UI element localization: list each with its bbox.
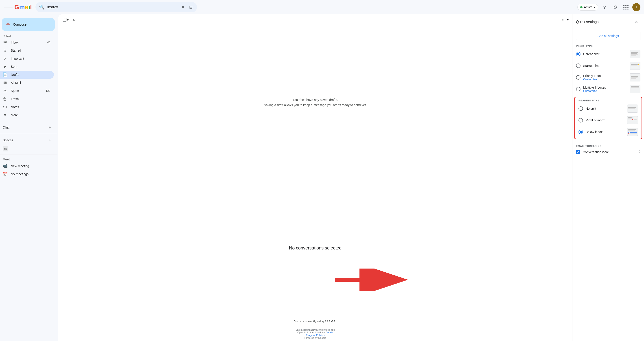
activity-text: Last account activity: 0 minutes ago [60, 328, 570, 331]
active-status-button[interactable]: Active ▾ [577, 4, 598, 10]
conversation-view-option[interactable]: Conversation view ? [572, 148, 644, 156]
sidebar-item-all-mail[interactable]: ✉ All Mail [0, 79, 54, 87]
more-label: More [11, 113, 50, 117]
sidebar-item-more[interactable]: ▾ More [0, 111, 54, 119]
select-checkbox-button[interactable]: ▾ [62, 16, 70, 23]
qs-preview-priority-inbox [630, 73, 640, 82]
qs-option-no-split[interactable]: No split [575, 103, 642, 114]
sidebar-item-new-meeting[interactable]: 📹 New meeting [0, 162, 54, 170]
priority-inbox-customize-link[interactable]: Customize [583, 78, 627, 81]
qs-option-right-of-inbox-text: Right of inbox [586, 118, 624, 122]
notes-label: Notes [11, 105, 50, 109]
sidebar-item-important[interactable]: ⊳ Important [0, 54, 54, 62]
content-area: ▾ ↻ ⋮ ≡ ▾ You don't have any saved draft… [58, 14, 572, 341]
compose-button[interactable]: ✏ Compose [2, 18, 55, 31]
qs-preview-below-inbox [627, 128, 638, 136]
sidebar-divider-3 [0, 154, 58, 155]
starred-label: Starred [11, 49, 50, 52]
quick-settings-header: Quick settings ✕ [572, 14, 644, 29]
sidebar-item-spam[interactable]: ⚠ Spam 123 [0, 87, 54, 95]
qs-preview-right-of-inbox [627, 116, 638, 124]
inbox-type-section-label: INBOX TYPE [572, 43, 644, 48]
sidebar-item-my-meetings[interactable]: 📅 My meetings [0, 170, 54, 178]
spaces-section-header[interactable]: Spaces + [0, 136, 58, 145]
mail-section-label[interactable]: ▾ Mail [0, 33, 58, 38]
spaces-section-label: Spaces [3, 138, 47, 142]
sent-icon: ➤ [3, 64, 7, 69]
qs-option-multiple-inboxes-text: Multiple Inboxes Customize [583, 86, 627, 93]
all-mail-icon: ✉ [3, 80, 7, 85]
sidebar-item-inbox[interactable]: ✉ Inbox 40 [0, 38, 54, 46]
search-input[interactable] [47, 5, 178, 9]
sidebar-divider-1 [0, 121, 58, 121]
meet-section-header[interactable]: Meet [0, 156, 58, 162]
multiple-inboxes-customize-link[interactable]: Customize [583, 89, 627, 93]
meet-section-label: Meet [3, 158, 54, 161]
apps-button[interactable] [622, 3, 630, 12]
help-button[interactable]: ? [600, 3, 609, 12]
list-view-button[interactable]: ≡ [559, 16, 566, 23]
no-conversations-title: No conversations selected [289, 246, 342, 250]
video-call-icon: 📹 [3, 164, 7, 168]
see-all-settings-button[interactable]: See all settings [576, 32, 640, 40]
reading-pane-section-label: READING PANE [575, 98, 642, 103]
qs-option-unread-first[interactable]: Unread first [572, 48, 644, 60]
more-options-button[interactable]: ⋮ [78, 16, 86, 23]
empty-drafts-sub: Saving a draft allows you to keep a mess… [264, 102, 367, 108]
sidebar-item-drafts[interactable]: 📄 Drafts [0, 71, 54, 79]
email-toolbar: ▾ ↻ ⋮ ≡ ▾ [58, 14, 572, 25]
more-chevron-icon: ▾ [3, 112, 7, 118]
storage-info: You are currently using 12.7 GB. [58, 316, 572, 327]
sidebar-item-space1[interactable]: nn [0, 145, 54, 153]
avatar[interactable]: I [632, 3, 640, 11]
settings-button[interactable]: ⚙ [611, 3, 620, 12]
conversation-view-checkbox[interactable] [576, 150, 580, 154]
view-chevron-icon: ▾ [567, 18, 568, 22]
quick-settings-title: Quick settings [576, 20, 598, 24]
spaces-add-button[interactable]: + [47, 136, 54, 144]
no-conversations-panel: No conversations selected [58, 180, 572, 316]
layout-toggle: ≡ ▾ [559, 16, 568, 23]
multiple-inboxes-label: Multiple Inboxes [583, 86, 627, 89]
refresh-button[interactable]: ↻ [70, 16, 78, 23]
other-location-label: Open in 1 other location [297, 331, 324, 334]
gmail-m-icon: Gmail [14, 4, 32, 11]
qs-option-below-inbox-text: Below inbox [586, 130, 624, 134]
qs-option-priority-inbox-text: Priority Inbox Customize [583, 74, 627, 81]
qs-option-no-split-text: No split [586, 107, 624, 110]
important-icon: ⊳ [3, 56, 7, 61]
sidebar-item-starred[interactable]: ☆ Starred [0, 46, 54, 54]
active-label: Active [584, 6, 592, 9]
qs-radio-below-inbox [578, 130, 583, 134]
top-bar: Gmail 🔍 ✕ ⊟ Active ▾ ? ⚙ [0, 0, 644, 14]
qs-option-priority-inbox[interactable]: Priority Inbox Customize [572, 72, 644, 83]
inbox-label: Inbox [11, 40, 44, 44]
qs-option-right-of-inbox[interactable]: Right of inbox [575, 114, 642, 126]
notes-icon: 🏷 [3, 105, 7, 110]
search-clear-button[interactable]: ✕ [180, 4, 186, 10]
hamburger-button[interactable] [4, 3, 12, 12]
drafts-label: Drafts [11, 73, 50, 76]
quick-settings-close-button[interactable]: ✕ [632, 18, 640, 26]
qs-option-starred-first[interactable]: Starred first ★ [572, 60, 644, 72]
sidebar-item-sent[interactable]: ➤ Sent [0, 62, 54, 71]
sidebar-item-trash[interactable]: 🗑 Trash [0, 95, 54, 103]
email-threading-label: EMAIL THREADING [572, 143, 644, 148]
policies-link[interactable]: Program Policies [306, 334, 324, 336]
qs-option-unread-first-text: Unread first [583, 52, 627, 56]
sidebar-divider-2 [0, 134, 58, 134]
search-options-button[interactable]: ⊟ [188, 4, 194, 10]
quick-settings-panel: Quick settings ✕ See all settings INBOX … [572, 14, 644, 341]
other-location-text: Open in 1 other location · Details [60, 331, 570, 334]
chat-add-button[interactable]: + [47, 124, 54, 131]
spam-count: 123 [46, 89, 50, 92]
app-wrapper: Gmail 🔍 ✕ ⊟ Active ▾ ? ⚙ [0, 0, 644, 341]
qs-option-below-inbox[interactable]: Below inbox [575, 126, 642, 138]
chat-section-header[interactable]: Chat + [0, 123, 58, 132]
search-icon: 🔍 [39, 4, 45, 10]
details-link[interactable]: Details [326, 331, 333, 334]
sidebar-item-notes[interactable]: 🏷 Notes [0, 103, 54, 111]
compose-label: Compose [13, 23, 26, 26]
qs-option-multiple-inboxes[interactable]: Multiple Inboxes Customize [572, 83, 644, 95]
inbox-icon: ✉ [3, 40, 7, 45]
